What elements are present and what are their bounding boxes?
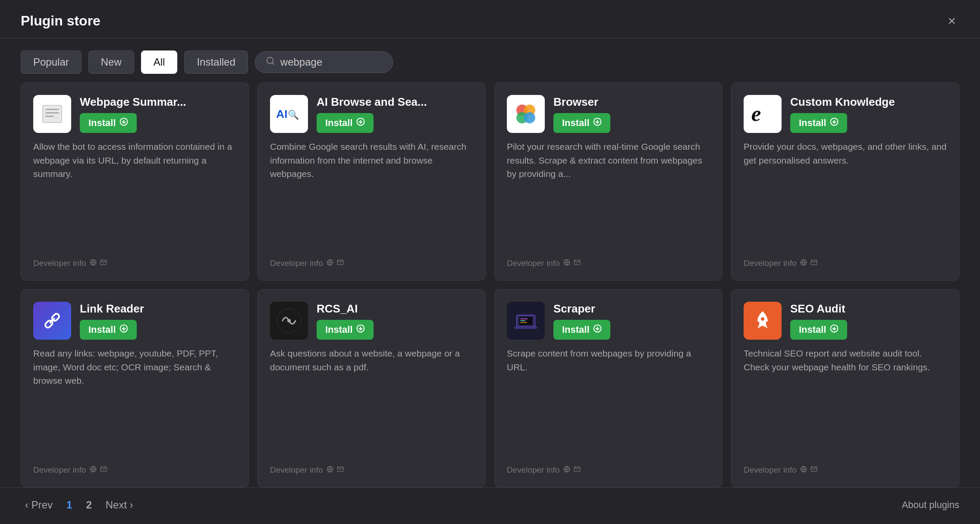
- plugin-description-seo-audit: Technical SEO report and website audit t…: [744, 347, 947, 457]
- toolbar: Popular New All Installed: [0, 38, 980, 82]
- plugin-card-webpage-summary: Webpage Summar... Install Allow the bot …: [21, 82, 249, 281]
- install-button-rcs-ai[interactable]: Install: [317, 320, 374, 340]
- install-button-seo-audit[interactable]: Install: [790, 320, 847, 340]
- globe-icon: [90, 466, 97, 475]
- search-icon: [266, 56, 275, 68]
- plugin-card-custom-knowledge: e Custom Knowledge Install Provi: [731, 82, 959, 281]
- dialog-header: Plugin store ×: [0, 0, 980, 38]
- install-button-browser[interactable]: Install: [553, 113, 610, 133]
- plugin-name-browser: Browser: [553, 95, 610, 109]
- mail-icon: [337, 259, 344, 268]
- search-input[interactable]: [280, 56, 375, 68]
- filter-new[interactable]: New: [88, 51, 134, 74]
- download-icon: [119, 324, 128, 335]
- plugin-icon-link-reader: [33, 302, 71, 340]
- install-button-scraper[interactable]: Install: [553, 320, 610, 340]
- svg-text:e: e: [751, 101, 761, 126]
- plugin-icon-ai-browse: AI 🔍: [270, 95, 308, 133]
- mail-icon: [574, 466, 581, 475]
- install-button-webpage-summary[interactable]: Install: [80, 113, 137, 133]
- plugin-icon-scraper: [507, 302, 545, 340]
- plugin-description-ai-browse: Combine Google search results with AI, r…: [270, 140, 473, 250]
- plugin-icon-browser: [507, 95, 545, 133]
- svg-rect-56: [520, 322, 527, 323]
- developer-info-webpage-summary: Developer info: [33, 259, 236, 268]
- svg-rect-55: [520, 320, 525, 321]
- filter-all[interactable]: All: [141, 51, 178, 74]
- plugin-name-rcs-ai: RCS_AI: [317, 302, 374, 316]
- filter-installed[interactable]: Installed: [184, 51, 248, 74]
- mail-icon: [337, 466, 344, 475]
- prev-button[interactable]: ‹ Prev: [21, 496, 57, 514]
- globe-icon: [563, 466, 570, 475]
- about-plugins-link[interactable]: About plugins: [902, 499, 959, 511]
- install-button-link-reader[interactable]: Install: [80, 320, 137, 340]
- download-icon: [593, 324, 602, 335]
- svg-point-23: [524, 112, 535, 123]
- developer-info-seo-audit: Developer info: [744, 465, 947, 475]
- plugin-card-rcs-ai: RCS_AI Install Ask questions about a web…: [258, 289, 486, 487]
- globe-icon: [90, 259, 97, 268]
- page-2-button[interactable]: 2: [82, 497, 96, 513]
- plugin-name-custom-knowledge: Custom Knowledge: [790, 95, 895, 109]
- plugin-description-webpage-summary: Allow the bot to access information cont…: [33, 140, 236, 250]
- svg-rect-4: [45, 112, 59, 114]
- install-button-ai-browse[interactable]: Install: [317, 113, 374, 133]
- pagination: ‹ Prev 1 2 Next ›: [21, 496, 138, 514]
- download-icon: [593, 117, 602, 128]
- plugin-card-ai-browse: AI 🔍 AI Browse and Sea... Install: [258, 82, 486, 281]
- plugin-store-dialog: Plugin store × Popular New All Installed: [0, 0, 980, 524]
- svg-rect-5: [45, 116, 54, 117]
- globe-icon: [327, 466, 333, 475]
- globe-icon: [800, 466, 807, 475]
- svg-rect-3: [45, 109, 59, 110]
- plugin-card-browser: Browser Install Pilot your research with…: [494, 82, 722, 281]
- dialog-title: Plugin store: [21, 13, 101, 29]
- developer-info-ai-browse: Developer info: [270, 259, 473, 268]
- svg-point-45: [287, 319, 291, 322]
- mail-icon: [810, 466, 817, 475]
- plugin-description-custom-knowledge: Provide your docs, webpages, and other l…: [744, 140, 947, 250]
- close-button[interactable]: ×: [944, 12, 959, 29]
- mail-icon: [100, 466, 107, 475]
- plugin-icon-webpage-summary: [33, 95, 71, 133]
- developer-info-link-reader: Developer info: [33, 465, 236, 475]
- mail-icon: [574, 259, 581, 268]
- svg-rect-54: [520, 319, 528, 319]
- plugin-description-rcs-ai: Ask questions about a website, a webpage…: [270, 347, 473, 457]
- svg-line-1: [272, 63, 274, 64]
- globe-icon: [800, 259, 807, 268]
- download-icon: [830, 324, 839, 335]
- plugin-description-browser: Pilot your research with real-time Googl…: [507, 140, 710, 250]
- plugin-card-seo-audit: SEO Audit Install Technical SEO report a…: [731, 289, 959, 487]
- plugin-name-ai-browse: AI Browse and Sea...: [317, 95, 427, 109]
- svg-point-65: [761, 317, 764, 321]
- developer-info-custom-knowledge: Developer info: [744, 259, 947, 268]
- plugin-name-seo-audit: SEO Audit: [790, 302, 847, 316]
- globe-icon: [563, 259, 570, 268]
- plugin-card-link-reader: Link Reader Install Read any links: webp…: [21, 289, 249, 487]
- svg-text:AI: AI: [276, 107, 287, 120]
- plugin-description-scraper: Scrape content from webpages by providin…: [507, 347, 710, 457]
- install-button-custom-knowledge[interactable]: Install: [790, 113, 847, 133]
- plugin-name-scraper: Scraper: [553, 302, 610, 316]
- plugin-name-link-reader: Link Reader: [80, 302, 144, 316]
- plugin-icon-seo-audit: [744, 302, 782, 340]
- download-icon: [830, 117, 839, 128]
- dialog-footer: ‹ Prev 1 2 Next › About plugins: [0, 487, 980, 524]
- download-icon: [119, 117, 128, 128]
- developer-info-scraper: Developer info: [507, 465, 710, 475]
- download-icon: [356, 324, 365, 335]
- mail-icon: [810, 259, 817, 268]
- plugin-icon-rcs-ai: [270, 302, 308, 340]
- developer-info-browser: Developer info: [507, 259, 710, 268]
- mail-icon: [100, 259, 107, 268]
- next-button[interactable]: Next ›: [101, 496, 138, 514]
- plugin-grid: Webpage Summar... Install Allow the bot …: [0, 82, 980, 487]
- developer-info-rcs-ai: Developer info: [270, 465, 473, 475]
- filter-popular[interactable]: Popular: [21, 51, 82, 74]
- plugin-card-scraper: Scraper Install Scrape content from webp…: [494, 289, 722, 487]
- plugin-icon-custom-knowledge: e: [744, 95, 782, 133]
- plugin-name-webpage-summary: Webpage Summar...: [80, 95, 186, 109]
- page-1-button[interactable]: 1: [62, 497, 76, 513]
